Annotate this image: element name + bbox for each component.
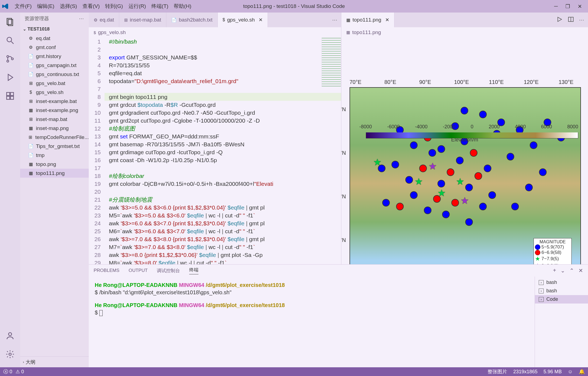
eq-dot (511, 203, 519, 210)
close-panel-icon[interactable]: ✕ (578, 267, 583, 274)
svg-point-2 (7, 37, 12, 42)
new-terminal-icon[interactable]: + (553, 267, 556, 274)
file-item-inset-map-bat[interactable]: ⊞inset-map.bat (20, 115, 89, 124)
file-item-gps-continuous-txt[interactable]: 📄gps_continuous.txt (20, 70, 89, 79)
terminal-output[interactable]: He Rong@LAPTOP-EADAKNNB MINGW64 /d/gmt6/… (89, 277, 535, 367)
status-zoom[interactable]: 整张图片 (488, 368, 507, 375)
eq-dot (451, 199, 459, 207)
tab-gps-velo-sh[interactable]: $gps_velo.sh✕ (218, 13, 268, 27)
svg-line-3 (11, 41, 14, 44)
file-icon: ⊞ (28, 80, 34, 86)
bottom-panel: PROBLEMS OUTPUT 调试控制台 终端 + ⌄ ⌃ ✕ He Rong… (89, 264, 588, 367)
tab-inset-map-bat[interactable]: ⊞inset-map.bat (119, 13, 166, 27)
file-item-tmp[interactable]: 📄tmp (20, 151, 89, 160)
eq-dot (530, 141, 537, 149)
file-item-inset-example-png[interactable]: ▦inset-example.png (20, 106, 89, 115)
feedback-icon[interactable]: ☺ (568, 369, 573, 375)
legend-row: 6~6.9(58) (535, 250, 570, 255)
file-item-tempCodeRunnerFile---[interactable]: ⊞tempCodeRunnerFile... (20, 133, 89, 142)
file-item-gmt-history[interactable]: 📄gmt.history (20, 52, 89, 61)
lon-tick: 100°E (454, 79, 469, 85)
outline-section[interactable]: › 大纲 (20, 356, 89, 367)
source-control-icon[interactable] (5, 53, 16, 64)
menu-file[interactable]: 文件(F) (12, 2, 34, 11)
maximize-panel-icon[interactable]: ⌃ (569, 267, 574, 274)
file-icon: 📄 (28, 143, 34, 149)
panel-tab-terminal[interactable]: 终端 (189, 267, 198, 274)
colorbar-tick: 0 (471, 124, 473, 130)
settings-gear-icon[interactable] (5, 349, 16, 360)
terminal-list: ›bash›bash›Code (535, 277, 588, 367)
terminal-dropdown-icon[interactable]: ⌄ (561, 267, 565, 274)
code-editor[interactable]: 1234567891011121314151617181920212223242… (89, 38, 341, 264)
file-icon: ▦ (346, 17, 350, 23)
menu-edit[interactable]: 编辑(E) (34, 2, 57, 11)
file-item-gps-velo-bat[interactable]: ⊞gps_velo.bat (20, 79, 89, 88)
tab-eq-dat[interactable]: ⚙eq.dat (89, 13, 119, 27)
status-errors[interactable]: ⓧ 0 (3, 368, 12, 375)
eq-dot (461, 107, 468, 114)
menu-run[interactable]: 运行(R) (126, 2, 149, 11)
svg-point-13 (9, 353, 11, 356)
tab-topo111-png[interactable]: ▦topo111.png✕ (341, 13, 394, 27)
map-image: ★★★★★★ MAGNITUDE 5~5.9(707)6~6.9(58)★7~7… (350, 87, 581, 264)
menu-view[interactable]: 查看(V) (80, 2, 102, 11)
minimap[interactable] (321, 38, 341, 87)
close-tab-icon[interactable]: ✕ (385, 17, 389, 23)
svg-rect-11 (10, 92, 13, 95)
file-icon: ▦ (28, 125, 34, 131)
file-item-gps-velo-sh[interactable]: $gps_velo.sh (20, 88, 89, 97)
chevron-right-icon: › (23, 360, 24, 364)
file-item-gmt-conf[interactable]: ⚙gmt.conf (20, 43, 89, 52)
terminal-instance[interactable]: ›bash (535, 287, 588, 295)
image-preview[interactable]: 70°E80°E90°E100°E110°E120°E130°E ★★★★★★ … (341, 38, 588, 264)
breadcrumb-right[interactable]: ▦ topo111.png (341, 27, 588, 38)
editor-more-icon[interactable]: ⋯ (332, 17, 337, 23)
colorbar-tick: 2000 (489, 124, 500, 130)
tab-bash2batch-txt[interactable]: 📄bash2batch.txt (166, 13, 218, 27)
terminal-instance[interactable]: ›bash (535, 278, 588, 287)
eq-star: ★ (461, 195, 469, 206)
file-item-inset-example-bat[interactable]: ⊞inset-example.bat (20, 97, 89, 106)
search-icon[interactable] (5, 35, 16, 46)
maximize-button[interactable]: ❐ (565, 3, 570, 10)
extensions-icon[interactable] (5, 90, 16, 101)
status-warnings[interactable]: ⚠ 0 (16, 369, 24, 375)
menu-go[interactable]: 转到(G) (102, 2, 125, 11)
close-window-button[interactable]: ✕ (578, 3, 582, 10)
eq-dot (539, 168, 547, 176)
eq-star: ★ (456, 176, 464, 187)
breadcrumb-left[interactable]: $ gps_velo.sh (89, 27, 341, 38)
menu-terminal[interactable]: 终端(T) (149, 2, 171, 11)
run-icon[interactable] (5, 72, 16, 83)
menu-help[interactable]: 帮助(H) (171, 2, 194, 11)
close-tab-icon[interactable]: ✕ (259, 17, 263, 23)
folder-root[interactable]: ⌄ TEST1018 (20, 25, 89, 34)
sidebar-more-icon[interactable]: ⋯ (79, 16, 84, 22)
panel-tab-problems[interactable]: PROBLEMS (94, 268, 119, 273)
file-item-topo111-png[interactable]: ▦topo111.png (20, 169, 89, 178)
minimize-button[interactable]: ─ (554, 3, 558, 10)
menu-selection[interactable]: 选择(S) (57, 2, 80, 11)
account-icon[interactable] (5, 330, 16, 341)
eq-star: ★ (373, 157, 381, 168)
notifications-icon[interactable]: 🔔 (579, 369, 585, 375)
explorer-icon[interactable] (5, 16, 16, 27)
file-icon: 📄 (171, 17, 177, 23)
lat-tick: 30°N (341, 193, 346, 200)
run-triangle-icon[interactable] (556, 16, 563, 24)
file-item-gps-campagin-txt[interactable]: 📄gps_campagin.txt (20, 61, 89, 70)
panel-tab-output[interactable]: OUTPUT (128, 268, 148, 273)
terminal-instance[interactable]: ›Code (535, 295, 588, 304)
file-item-eq-dat[interactable]: ⚙eq.dat (20, 34, 89, 43)
terminal-shell-icon: › (539, 280, 544, 285)
split-editor-icon[interactable] (568, 16, 574, 24)
panel-tab-debug[interactable]: 调试控制台 (157, 268, 180, 274)
file-icon: ⚙ (28, 35, 34, 41)
file-item-inset-map-png[interactable]: ▦inset-map.png (20, 124, 89, 133)
file-icon: ⊞ (124, 17, 128, 23)
file-item-Tips-for-gmtset-txt[interactable]: 📄Tips_for_gmtset.txt (20, 142, 89, 151)
file-item-topo-png[interactable]: ▦topo.png (20, 160, 89, 169)
eq-dot (410, 191, 418, 199)
editor-more-icon[interactable]: ⋯ (579, 17, 584, 23)
